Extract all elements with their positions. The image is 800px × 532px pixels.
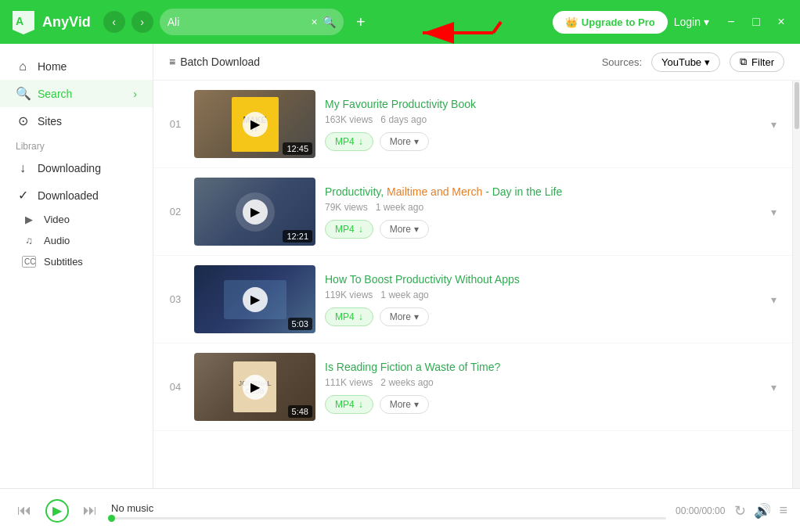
more-label: More [390, 399, 411, 410]
video-info: Is Reading Fiction a Waste of Time? 111K… [325, 361, 759, 414]
video-thumbnail[interactable]: ▶ 12:21 [194, 178, 315, 246]
clear-search-button[interactable]: × [312, 16, 318, 28]
logo-icon: A [9, 8, 38, 36]
back-button[interactable]: ‹ [103, 11, 125, 33]
repeat-button[interactable]: ↻ [734, 502, 746, 519]
more-button[interactable]: More ▾ [380, 307, 429, 326]
mp4-button[interactable]: MP4 ↓ [325, 307, 373, 326]
next-button[interactable]: ⏭ [78, 499, 102, 523]
close-button[interactable]: × [772, 13, 791, 31]
home-icon: ⌂ [16, 59, 30, 74]
mp4-button[interactable]: MP4 ↓ [325, 132, 373, 151]
sidebar-item-home[interactable]: ⌂ Home [0, 53, 153, 80]
maximize-button[interactable]: □ [747, 13, 766, 31]
more-button[interactable]: More ▾ [380, 395, 429, 414]
sidebar-search-label: Search [38, 88, 72, 100]
video-thumbnail[interactable]: ▶ 5:03 [194, 265, 315, 333]
collapse-icon[interactable]: ▾ [768, 203, 780, 221]
play-pause-button[interactable]: ▶ [45, 499, 69, 523]
collapse-icon[interactable]: ▾ [768, 115, 780, 134]
sidebar-item-search[interactable]: 🔍 Search › [0, 80, 153, 107]
add-tab-button[interactable]: + [350, 11, 372, 33]
sidebar-sites-label: Sites [38, 115, 62, 128]
video-meta: 79K views 1 week ago [325, 202, 759, 213]
sidebar-item-downloading[interactable]: ↓ Downloading [0, 155, 153, 182]
sidebar-audio-label: Audio [44, 235, 70, 246]
audio-icon: ♫ [22, 235, 36, 246]
sites-icon: ⊙ [16, 113, 30, 128]
player-info: No music [111, 502, 666, 519]
video-thumbnail[interactable]: MAKEIT ▶ 12:45 [194, 90, 315, 158]
sidebar-item-sites[interactable]: ⊙ Sites [0, 107, 153, 135]
play-icon: ▶ [243, 375, 268, 400]
batch-download-button[interactable]: ≡ Batch Download [169, 56, 260, 68]
sidebar-video-label: Video [44, 214, 70, 225]
sidebar-item-subtitles[interactable]: CC Subtitles [0, 251, 153, 272]
more-button[interactable]: More ▾ [380, 220, 429, 239]
more-button[interactable]: More ▾ [380, 132, 429, 151]
mp4-button[interactable]: MP4 ↓ [325, 220, 373, 239]
video-info: Productivity, Mailtime and Merch - Day i… [325, 185, 759, 239]
duration-badge: 5:03 [288, 318, 312, 330]
video-title[interactable]: Productivity, Mailtime and Merch - Day i… [325, 185, 759, 198]
volume-button[interactable]: 🔊 [754, 502, 771, 519]
search-submit-button[interactable]: 🔍 [323, 16, 336, 28]
sidebar-subtitles-label: Subtitles [44, 256, 83, 268]
content-wrapper: 01 MAKEIT ▶ 12:45 My Favourite Productiv… [153, 81, 800, 488]
upgrade-button[interactable]: 👑 Upgrade to Pro [553, 11, 668, 34]
more-chevron-icon: ▾ [414, 136, 419, 147]
more-label: More [390, 311, 411, 322]
youtube-source-label: YouTube [661, 56, 701, 68]
search-input[interactable] [168, 16, 307, 28]
download-icon: ↓ [16, 161, 30, 175]
video-actions: MP4 ↓ More ▾ [325, 307, 759, 326]
playlist-button[interactable]: ≡ [779, 502, 787, 519]
previous-button[interactable]: ⏮ [13, 499, 36, 523]
player-title: No music [111, 502, 666, 514]
download-arrow-icon: ↓ [359, 136, 363, 147]
sidebar-item-audio[interactable]: ♫ Audio [0, 230, 153, 251]
sources-button[interactable]: YouTube ▾ [651, 52, 720, 72]
player-progress-bar[interactable] [111, 517, 666, 519]
download-arrow-icon: ↓ [359, 224, 363, 235]
batch-download-label: Batch Download [180, 56, 260, 68]
video-actions: MP4 ↓ More ▾ [325, 132, 759, 151]
player-progress-dot [108, 515, 115, 522]
collapse-icon[interactable]: ▾ [768, 378, 780, 397]
minimize-button[interactable]: − [722, 13, 741, 31]
mp4-label: MP4 [335, 399, 355, 410]
video-thumbnail[interactable]: JOURNALCLUB ▶ 5:48 [194, 353, 315, 421]
library-header: Library [0, 135, 153, 155]
forward-button[interactable]: › [132, 11, 153, 33]
download-arrow-icon: ↓ [359, 311, 363, 322]
sources-chevron-icon: ▾ [705, 56, 710, 68]
logo-area: A AnyVid [9, 8, 91, 36]
list-item: 03 ▶ 5:03 How To Boost Productivity With… [153, 256, 792, 343]
window-controls: − □ × [722, 13, 791, 31]
video-title[interactable]: How To Boost Productivity Without Apps [325, 273, 759, 286]
scrollbar[interactable] [792, 81, 800, 488]
login-button[interactable]: Login ▾ [674, 16, 709, 28]
login-label: Login [674, 16, 701, 28]
video-meta: 163K views 6 days ago [325, 114, 759, 125]
download-arrow-icon: ↓ [359, 399, 363, 410]
sidebar-item-downloaded[interactable]: ✓ Downloaded [0, 182, 153, 209]
main: ⌂ Home 🔍 Search › ⊙ Sites Library ↓ Down… [0, 44, 800, 488]
scrollbar-thumb [795, 82, 799, 129]
login-chevron-icon: ▾ [704, 16, 709, 28]
content-area: ≡ Batch Download Sources: YouTube ▾ ⧉ Fi… [153, 44, 800, 488]
sidebar-item-video[interactable]: ▶ Video [0, 209, 153, 230]
video-actions: MP4 ↓ More ▾ [325, 220, 759, 239]
filter-icon: ⧉ [740, 56, 747, 68]
player-right-controls: ↻ 🔊 ≡ [734, 502, 787, 519]
video-title[interactable]: My Favourite Productivity Book [325, 98, 759, 110]
collapse-icon[interactable]: ▾ [768, 290, 780, 309]
mp4-button[interactable]: MP4 ↓ [325, 395, 373, 414]
filter-button[interactable]: ⧉ Filter [730, 52, 784, 72]
player: ⏮ ▶ ⏭ No music 00:00/00:00 ↻ 🔊 ≡ [0, 488, 800, 532]
video-number: 01 [166, 118, 185, 130]
video-meta: 111K views 2 weeks ago [325, 377, 759, 388]
sidebar-downloading-label: Downloading [38, 162, 101, 174]
video-number: 02 [166, 206, 185, 217]
video-title[interactable]: Is Reading Fiction a Waste of Time? [325, 361, 759, 373]
